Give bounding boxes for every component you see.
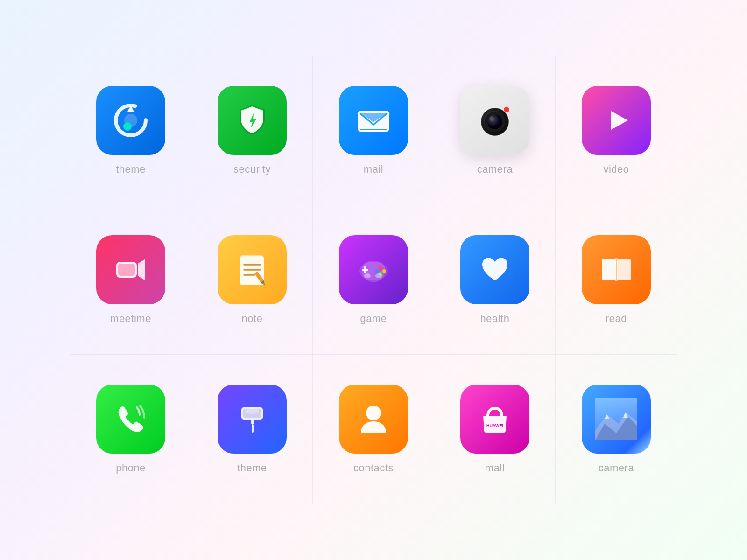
mall-label: mall: [485, 462, 505, 474]
game-icon: [339, 235, 408, 304]
app-cell-camera2[interactable]: camera: [556, 355, 677, 504]
svg-rect-34: [615, 258, 618, 281]
video-label: video: [603, 163, 629, 175]
mail-icon-svg: [352, 99, 395, 141]
camera2-icon-svg: [595, 398, 637, 440]
meetime-icon-svg: [110, 249, 152, 291]
svg-rect-15: [118, 264, 135, 276]
camera1-icon-svg: [474, 99, 516, 141]
app-cell-video[interactable]: video: [556, 56, 677, 205]
security-label: security: [233, 163, 271, 175]
app-cell-security[interactable]: security: [191, 56, 313, 205]
camera1-label: camera: [477, 163, 513, 175]
mail-label: mail: [364, 163, 383, 175]
svg-point-30: [364, 273, 371, 278]
health-icon-svg: [474, 249, 516, 291]
app-cell-theme2[interactable]: theme: [191, 355, 313, 504]
mall-icon-svg: HUAWEI: [474, 398, 516, 440]
game-label: game: [360, 313, 387, 325]
contacts-icon: [339, 385, 408, 454]
meetime-label: meetime: [110, 313, 151, 325]
contacts-icon-svg: [352, 398, 395, 440]
svg-point-9: [489, 116, 494, 121]
svg-rect-38: [252, 424, 254, 433]
svg-rect-32: [602, 259, 616, 280]
svg-point-26: [379, 266, 382, 270]
svg-point-27: [382, 269, 386, 273]
phone-icon-svg: [110, 398, 152, 440]
game-icon-svg: [352, 249, 395, 291]
svg-point-39: [245, 408, 259, 414]
read-label: read: [606, 313, 627, 325]
svg-point-29: [375, 269, 379, 273]
health-icon: [460, 235, 529, 304]
security-icon: [218, 86, 287, 155]
app-cell-mall[interactable]: HUAWEI mall: [434, 355, 556, 504]
note-icon: [218, 235, 287, 304]
svg-point-40: [366, 406, 381, 420]
camera2-icon: [582, 385, 651, 454]
app-cell-game[interactable]: game: [313, 205, 434, 355]
theme2-label: theme: [237, 462, 267, 474]
svg-marker-14: [138, 259, 145, 280]
svg-point-8: [487, 114, 502, 129]
theme2-icon-svg: [231, 398, 273, 440]
mall-icon: HUAWEI: [460, 385, 529, 454]
video-icon: [582, 86, 651, 155]
app-cell-read[interactable]: read: [556, 205, 677, 355]
note-label: note: [242, 313, 263, 325]
svg-point-2: [123, 122, 132, 131]
app-cell-contacts[interactable]: contacts: [313, 355, 434, 504]
contacts-label: contacts: [353, 462, 394, 474]
meetime-icon: [96, 235, 165, 304]
app-cell-health[interactable]: health: [434, 205, 556, 355]
read-icon: [582, 235, 651, 304]
camera2-label: camera: [599, 462, 634, 474]
svg-rect-33: [617, 259, 631, 280]
svg-point-31: [375, 273, 382, 278]
app-grid: theme security: [70, 56, 677, 504]
read-icon-svg: [595, 249, 637, 291]
svg-text:HUAWEI: HUAWEI: [486, 423, 503, 428]
app-cell-theme1[interactable]: theme: [70, 56, 191, 205]
security-icon-svg: [231, 99, 273, 141]
svg-marker-12: [611, 111, 628, 130]
app-cell-mail[interactable]: mail: [313, 56, 434, 205]
app-cell-camera1[interactable]: camera: [434, 56, 556, 205]
video-icon-svg: [595, 99, 637, 141]
svg-rect-37: [251, 420, 254, 424]
app-cell-phone[interactable]: phone: [70, 355, 191, 504]
app-cell-note[interactable]: note: [191, 205, 313, 355]
theme1-icon-svg: [110, 99, 152, 141]
phone-icon: [96, 385, 165, 454]
theme2-icon: [218, 385, 287, 454]
app-cell-meetime[interactable]: meetime: [70, 205, 191, 355]
theme1-label: theme: [116, 163, 146, 175]
svg-rect-25: [364, 266, 366, 273]
camera1-icon: [460, 86, 529, 155]
health-label: health: [480, 313, 510, 325]
mail-icon: [339, 86, 408, 155]
phone-label: phone: [116, 462, 146, 474]
theme1-icon: [96, 86, 165, 155]
note-icon-svg: [231, 249, 273, 291]
